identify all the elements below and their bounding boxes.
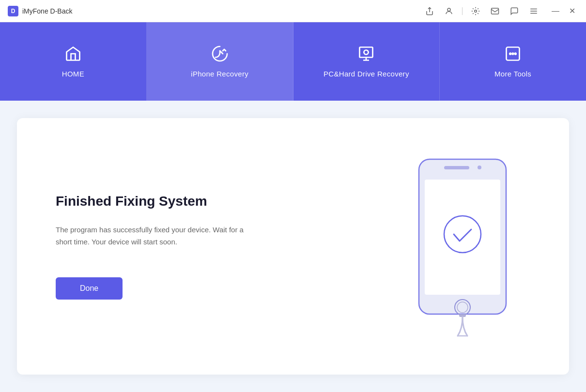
- phone-svg: [409, 154, 516, 338]
- nav-label-iphone-recovery: iPhone Recovery: [191, 70, 248, 78]
- pc-recovery-icon: [357, 45, 375, 65]
- settings-button[interactable]: [469, 5, 482, 17]
- home-icon: [64, 45, 82, 65]
- content-card: Finished Fixing System The program has s…: [17, 118, 569, 375]
- window-controls: — ✕: [549, 4, 578, 17]
- title-bar-left: D iMyFone D-Back: [8, 6, 72, 16]
- title-bar-right: — ✕: [423, 4, 578, 17]
- svg-rect-2: [492, 8, 499, 14]
- content-title: Finished Fixing System: [56, 194, 375, 209]
- nav-item-more-tools[interactable]: More Tools: [440, 22, 586, 101]
- iphone-recovery-icon: [211, 45, 229, 65]
- phone-illustration: [395, 154, 530, 338]
- nav-item-pc-recovery[interactable]: PC&Hard Drive Recovery: [293, 22, 440, 101]
- close-button[interactable]: ✕: [566, 4, 578, 17]
- svg-point-1: [475, 10, 477, 12]
- nav-item-home[interactable]: HOME: [0, 22, 147, 101]
- svg-rect-6: [360, 47, 373, 58]
- main-content: Finished Fixing System The program has s…: [0, 101, 586, 392]
- content-description: The program has successfully fixed your …: [56, 224, 259, 248]
- app-title: iMyFone D-Back: [22, 7, 72, 15]
- nav-bar: HOME iPhone Recovery PC&Hard Drive Recov…: [0, 22, 586, 101]
- more-tools-icon: [504, 45, 522, 65]
- svg-point-15: [478, 166, 481, 169]
- content-left: Finished Fixing System The program has s…: [56, 194, 395, 300]
- nav-label-home: HOME: [62, 70, 84, 78]
- user-button[interactable]: [443, 5, 455, 17]
- nav-label-more-tools: More Tools: [494, 70, 531, 78]
- svg-rect-13: [425, 180, 500, 295]
- svg-point-9: [509, 53, 511, 55]
- svg-rect-14: [444, 166, 469, 169]
- svg-point-0: [447, 8, 450, 11]
- share-button[interactable]: [423, 5, 436, 17]
- svg-point-11: [515, 53, 516, 55]
- svg-point-7: [364, 50, 369, 55]
- title-bar: D iMyFone D-Back — ✕: [0, 0, 586, 22]
- svg-point-10: [512, 53, 514, 55]
- mail-button[interactable]: [489, 5, 501, 17]
- chat-button[interactable]: [508, 5, 521, 17]
- nav-label-pc-recovery: PC&Hard Drive Recovery: [324, 70, 409, 78]
- app-logo: D: [8, 6, 18, 16]
- done-button[interactable]: Done: [56, 277, 123, 300]
- nav-item-iphone-recovery[interactable]: iPhone Recovery: [147, 22, 293, 101]
- menu-button[interactable]: [527, 5, 540, 17]
- minimize-button[interactable]: —: [549, 4, 562, 17]
